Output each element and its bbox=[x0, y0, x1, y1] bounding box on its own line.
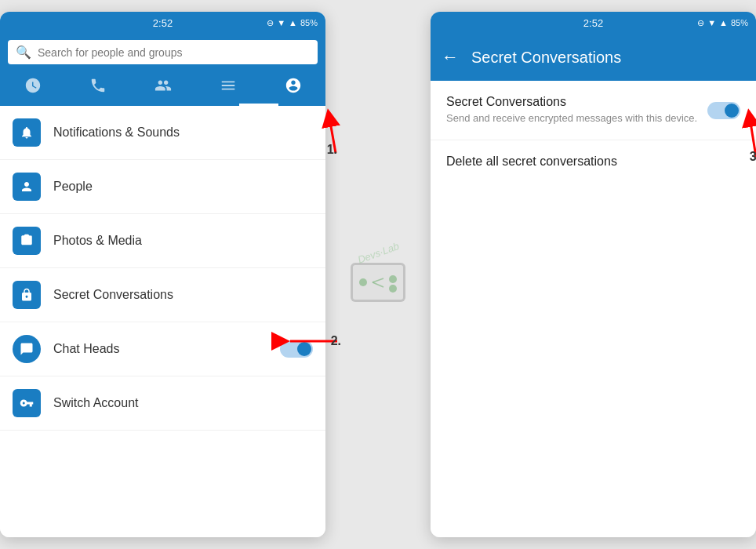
center-area: Devs·Lab bbox=[349, 247, 407, 302]
secret-conversations-info: Secret Conversations Send and receive en… bbox=[446, 95, 707, 125]
left-phone: 2:52 ⊖ ▼ ▲ 85% 🔍 bbox=[0, 12, 325, 537]
signal-icon-r: ⊖ bbox=[697, 18, 704, 28]
watermark-text: Devs·Lab bbox=[356, 240, 401, 266]
share-lines bbox=[366, 273, 390, 293]
menu-item-switch-account[interactable]: Switch Account bbox=[0, 376, 325, 431]
switch-account-label: Switch Account bbox=[53, 396, 313, 410]
search-input[interactable] bbox=[38, 46, 310, 59]
secret-conversations-row[interactable]: Secret Conversations Send and receive en… bbox=[431, 81, 756, 140]
tab-bar bbox=[0, 71, 325, 106]
status-bar-left: 2:52 ⊖ ▼ ▲ 85% bbox=[0, 12, 325, 34]
secret-conversations-title: Secret Conversations bbox=[446, 95, 707, 109]
battery-text: 85% bbox=[300, 18, 318, 27]
time-right: 2:52 bbox=[583, 17, 603, 29]
network-icon: ▲ bbox=[289, 18, 297, 27]
annotation-2: 2. bbox=[278, 318, 341, 365]
menu-list: Notifications & Sounds People Photos & M… bbox=[0, 106, 325, 537]
annotation-1-label: 1. bbox=[327, 143, 337, 157]
screen-title: Secret Conversations bbox=[471, 49, 621, 67]
signal-icon: ⊖ bbox=[267, 18, 274, 28]
chat-heads-icon bbox=[13, 335, 41, 363]
back-button[interactable]: ← bbox=[442, 47, 459, 67]
delete-conversations-label: Delete all secret conversations bbox=[446, 155, 617, 169]
top-bar-right: ← Secret Conversations bbox=[431, 34, 756, 81]
tab-recent[interactable] bbox=[16, 74, 49, 101]
people-label: People bbox=[53, 180, 313, 194]
share-dot-1 bbox=[359, 278, 367, 286]
share-dot-3 bbox=[389, 285, 397, 293]
svg-line-4 bbox=[373, 278, 383, 282]
settings-content: Secret Conversations Send and receive en… bbox=[431, 81, 756, 537]
network-icon-r: ▲ bbox=[719, 18, 728, 27]
wifi-icon-r: ▼ bbox=[707, 18, 716, 27]
menu-item-secret[interactable]: Secret Conversations bbox=[0, 268, 325, 322]
tab-calls[interactable] bbox=[82, 74, 114, 101]
status-icons-right: ⊖ ▼ ▲ 85% bbox=[697, 18, 748, 28]
svg-line-5 bbox=[373, 282, 383, 287]
menu-item-chat-heads[interactable]: Chat Heads bbox=[0, 322, 325, 376]
photos-label: Photos & Media bbox=[53, 234, 313, 248]
annotation-2-label: 2. bbox=[331, 334, 341, 348]
share-dot-2 bbox=[389, 275, 397, 283]
battery-text-r: 85% bbox=[731, 18, 748, 27]
menu-item-photos[interactable]: Photos & Media bbox=[0, 214, 325, 268]
camera-icon bbox=[13, 227, 41, 255]
annotation-1: 1. bbox=[298, 110, 337, 157]
tab-menu[interactable] bbox=[212, 74, 245, 101]
right-phone: 2:52 ⊖ ▼ ▲ 85% ← Secret Conversations Se… bbox=[431, 12, 756, 537]
chat-heads-label: Chat Heads bbox=[53, 342, 280, 356]
menu-item-notifications[interactable]: Notifications & Sounds bbox=[0, 106, 325, 160]
person-icon bbox=[13, 173, 41, 201]
key-icon bbox=[13, 389, 41, 417]
menu-item-people[interactable]: People bbox=[0, 160, 325, 214]
tab-account[interactable] bbox=[277, 74, 310, 101]
lock-icon bbox=[13, 281, 41, 309]
tab-people[interactable] bbox=[147, 74, 180, 101]
annotation-3: 3. bbox=[717, 102, 756, 168]
bell-icon bbox=[13, 118, 41, 147]
search-bar: 🔍 bbox=[0, 34, 325, 71]
status-bar-right: 2:52 ⊖ ▼ ▲ 85% bbox=[431, 12, 756, 34]
time-left: 2:52 bbox=[153, 17, 173, 29]
search-input-wrap[interactable]: 🔍 bbox=[8, 40, 318, 64]
secret-label: Secret Conversations bbox=[53, 288, 313, 302]
device-icon bbox=[351, 263, 405, 302]
notifications-label: Notifications & Sounds bbox=[53, 125, 313, 140]
secret-conversations-desc: Send and receive encrypted messages with… bbox=[446, 111, 707, 125]
wifi-icon: ▼ bbox=[277, 18, 285, 27]
search-icon: 🔍 bbox=[16, 45, 31, 60]
status-icons-left: ⊖ ▼ ▲ 85% bbox=[267, 18, 318, 28]
annotation-3-label: 3. bbox=[750, 150, 756, 164]
delete-conversations-row[interactable]: Delete all secret conversations bbox=[431, 140, 756, 183]
